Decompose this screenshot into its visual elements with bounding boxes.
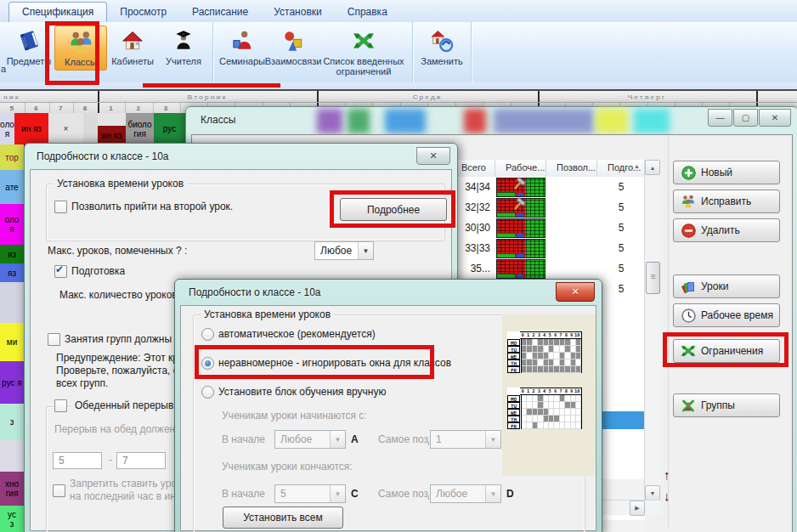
timetable-cell[interactable]: ин яз (14, 113, 49, 146)
worktime-grid-image (496, 198, 545, 218)
table-row[interactable]: 30|305 (451, 218, 645, 238)
timetable-cell[interactable]: олоя (0, 204, 25, 246)
combo-value: 5 (275, 488, 330, 500)
lunch-from-input[interactable]: 5 (53, 452, 102, 469)
panel-button-Уроки[interactable]: Уроки (673, 274, 780, 298)
table-row[interactable]: 32|325 (451, 197, 645, 218)
timetable-cell[interactable]: усз (0, 506, 25, 532)
clock-icon (681, 308, 696, 323)
scroll-down-icon[interactable]: ▼ (645, 485, 660, 501)
ribbon-tab-bar: СпецификацияПросмотрРасписаниеУстановкиС… (0, 0, 797, 23)
grid-blue-cell (517, 274, 523, 278)
table-row[interactable]: 35...5 (451, 258, 645, 279)
timetable-cell[interactable]: яз (0, 263, 25, 284)
ribbon-tail (0, 82, 797, 89)
timetable-cell[interactable]: ате (0, 170, 25, 206)
row-a-combobox[interactable]: Любое ▼ (274, 430, 346, 449)
column-header-2[interactable]: Позвол... (546, 160, 597, 177)
grid-cell (576, 366, 581, 373)
scroll-right-icon[interactable]: ▶ (630, 501, 645, 516)
timetable-cell[interactable]: × (48, 113, 84, 146)
row-d-label: Самое поздне (378, 488, 429, 500)
timetable-cell[interactable]: рус (154, 113, 186, 146)
timetable-cell[interactable] (0, 440, 25, 473)
worktime-cell (495, 259, 546, 279)
grid-cells (521, 395, 582, 402)
grid-strip (497, 233, 515, 237)
group-lessons-checkbox[interactable] (48, 333, 60, 346)
grid-cell (576, 416, 581, 422)
timetable-cell[interactable]: яз (0, 245, 25, 265)
dialog1-close-button[interactable]: ✕ (416, 147, 450, 165)
table-header[interactable]: ВсегоРабоче...Позвол...Подго... (451, 160, 645, 178)
panel-button-Удалить[interactable]: Удалить (673, 218, 780, 242)
lunch-break-checkbox[interactable] (54, 399, 67, 412)
timetable-cell[interactable]: биология (126, 113, 155, 146)
panel-button-Группы[interactable]: Группы (673, 393, 780, 417)
classes-window-title: Классы (201, 114, 235, 126)
apply-all-button[interactable]: Установить всем (223, 507, 343, 529)
second-lesson-checkbox[interactable] (54, 201, 67, 213)
worktime-grid-image (496, 239, 545, 258)
toolbar-button-Учителя[interactable]: Учителя (158, 25, 209, 69)
lunch-to-input[interactable]: 7 (116, 452, 166, 469)
timetable-cell[interactable] (0, 282, 25, 325)
row-c-combobox[interactable]: 5 ▼ (274, 484, 346, 503)
maximize-button[interactable]: ▢ (733, 109, 758, 127)
tab-Спецификация[interactable]: Спецификация (8, 2, 107, 22)
grid-cells (521, 353, 582, 359)
dialog2-close-button[interactable]: ✕ (556, 282, 595, 302)
combo-value: Любое (431, 488, 485, 500)
minimize-button[interactable]: — (708, 109, 732, 127)
grid-row-label: TU (507, 346, 520, 353)
move-up-arrow[interactable]: ↑ (664, 467, 670, 482)
column-header-1[interactable]: Рабоче... (495, 160, 546, 177)
worktime-cell (495, 178, 546, 197)
radio-option-0[interactable] (201, 328, 214, 341)
row-d-combobox[interactable]: Любое ▼ (430, 484, 501, 503)
groupbox-label: Установка времени уроков (54, 178, 187, 190)
table-row[interactable]: 33|335 (451, 238, 645, 258)
grid-row-label: WE (507, 353, 520, 359)
radio-option-2[interactable] (201, 386, 214, 399)
panel-button-Рабочее время[interactable]: Рабочее время (673, 303, 780, 327)
panel-button-Исправить[interactable]: Исправить (673, 190, 780, 213)
close-icon: ✕ (429, 150, 437, 161)
timetable-cell[interactable]: хногия (0, 472, 25, 507)
panel-button-Новый[interactable]: Новый (673, 161, 780, 184)
table-row[interactable]: 34|345 (451, 177, 645, 197)
move-down-arrow[interactable]: ↓ (664, 489, 670, 503)
prep-checkbox[interactable]: ✔ (54, 265, 67, 278)
grid-cells (521, 366, 582, 373)
max-marked-combobox[interactable]: Любое ▼ (314, 241, 374, 260)
toolbar-button-Семинары[interactable]: Семинары (217, 25, 268, 69)
combo-value: Любое (275, 433, 330, 445)
period-number: 6 (34, 105, 37, 112)
grid-row-label: TH (507, 359, 520, 366)
group-lessons-label: Занятия групп должны з (65, 333, 188, 345)
timetable-cell[interactable] (83, 113, 99, 146)
tab-Справка[interactable]: Справка (335, 3, 400, 22)
timetable-cell[interactable]: рус я (0, 361, 25, 405)
timetable-cell[interactable]: ми (0, 323, 25, 363)
timetable-cell[interactable]: тор (0, 144, 25, 172)
tab-Установки[interactable]: Установки (261, 3, 334, 22)
scrollbar-thumb[interactable]: ☰ (646, 262, 660, 294)
row-b-combobox[interactable]: 1 ▼ (430, 430, 501, 449)
close-button[interactable]: ✕ (759, 109, 791, 127)
blurred-cell-behind-glass (634, 109, 670, 133)
timetable-cell[interactable]: олоя (0, 113, 15, 146)
timetable-cell[interactable]: з (0, 404, 25, 442)
forbid-last-hour-checkbox[interactable] (53, 484, 65, 497)
toolbar-button-Список введенных ограничений[interactable]: Список введенных ограничений (319, 25, 409, 79)
toolbar-button-Кабинеты[interactable]: Кабинеты (107, 25, 158, 69)
panel-button-label: Уроки (701, 280, 728, 292)
toolbar-button-Заменить[interactable]: Заменить (416, 25, 467, 69)
tab-Просмотр[interactable]: Просмотр (107, 3, 179, 22)
scroll-up-icon[interactable]: ▲ (645, 160, 660, 175)
vertical-scrollbar[interactable]: ▲ ☰ ▼ (644, 160, 660, 500)
toolbar-button-Взаимосвязи[interactable]: Взаимосвязи (268, 25, 319, 69)
period-number: 5 (9, 105, 13, 112)
tab-Расписание[interactable]: Расписание (179, 3, 261, 22)
prep-cell: 5 (597, 222, 645, 234)
